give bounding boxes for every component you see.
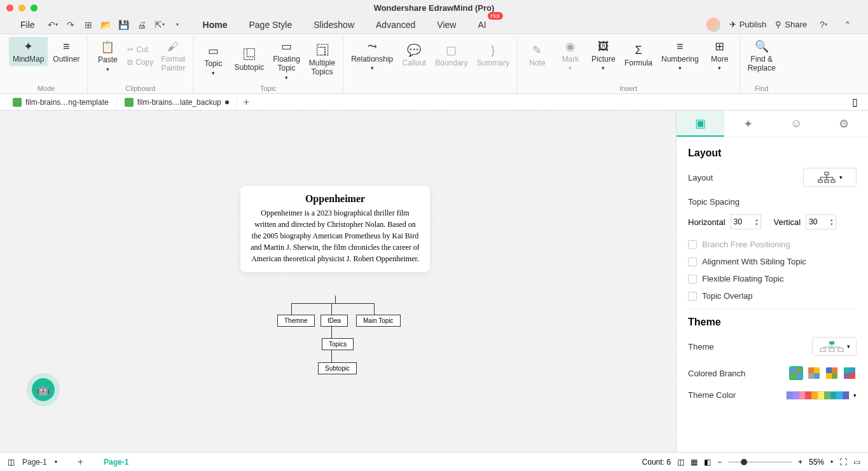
view-icon-2[interactable]: ▦ xyxy=(691,458,698,467)
more-button[interactable]: ⊞ More ▾ xyxy=(704,37,736,74)
panel-tab-style[interactable]: ✦ xyxy=(724,111,772,137)
export-icon[interactable]: ⇱▾ xyxy=(152,17,167,32)
save-icon[interactable]: 💾 xyxy=(116,17,132,32)
file-menu[interactable]: File xyxy=(13,17,43,32)
fit-screen-icon[interactable]: ⛶ xyxy=(839,458,847,467)
share-button[interactable]: ⚲ Share xyxy=(775,20,807,29)
tab-page-style[interactable]: Page Style xyxy=(244,17,297,32)
panel-tab-layout[interactable]: ▣ xyxy=(677,111,724,137)
theme-select[interactable]: ▾ xyxy=(812,337,857,356)
zoom-in-button[interactable]: + xyxy=(798,458,803,467)
horizontal-input[interactable]: 30▴▾ xyxy=(731,214,761,229)
panel-tab-emoji[interactable]: ☺ xyxy=(773,111,820,137)
tab-view[interactable]: View xyxy=(432,17,461,32)
tab-home[interactable]: Home xyxy=(198,17,233,32)
view-icon-3[interactable]: ◧ xyxy=(704,458,711,467)
zoom-out-button[interactable]: − xyxy=(717,458,722,467)
canvas[interactable]: Oppenheimer Oppenheimer is a 2023 biogra… xyxy=(0,111,676,452)
note-button[interactable]: ✎ Note xyxy=(521,37,553,74)
chevron-down-icon: ▾ xyxy=(679,65,682,71)
outliner-button[interactable]: ≡ Outliner xyxy=(49,37,83,66)
page-tab-active[interactable]: Page-1 xyxy=(104,458,128,467)
doc-tab-2-label: film-brains…late_backup xyxy=(137,98,221,107)
print-icon[interactable]: 🖨 xyxy=(134,17,149,32)
formula-button[interactable]: Σ Formula xyxy=(621,37,656,74)
callout-icon: 💬 xyxy=(407,43,421,57)
floating-topic-label: Floating Topic xyxy=(273,55,300,73)
flexible-checkbox[interactable]: Flexible Floating Topic xyxy=(688,274,857,283)
more-icon[interactable]: ▾ xyxy=(170,17,185,32)
picture-button[interactable]: 🖼 Picture ▾ xyxy=(588,37,619,74)
undo-icon[interactable]: ↶▾ xyxy=(45,17,60,32)
alignment-checkbox[interactable]: Alignment With Sibling Topic xyxy=(688,257,857,266)
swatch-4[interactable] xyxy=(843,366,857,380)
boundary-icon: ▢ xyxy=(444,43,458,57)
swatch-1[interactable] xyxy=(789,366,803,380)
mark-button[interactable]: ◉ Mark ▾ xyxy=(555,37,586,74)
collapse-ribbon-icon[interactable]: ⌃ xyxy=(840,17,855,32)
child-node-3[interactable]: Main Topic xyxy=(356,315,401,327)
doc-tab-2[interactable]: film-brains…late_backup xyxy=(117,95,237,109)
theme-color-select[interactable] xyxy=(786,391,850,400)
numbering-button[interactable]: ≡ Numbering ▾ xyxy=(658,37,703,74)
tab-slideshow[interactable]: Slideshow xyxy=(308,17,359,32)
main-topic-desc: Oppenheimer is a 2023 biographical thril… xyxy=(251,207,420,264)
panel-tab-settings[interactable]: ⚙ xyxy=(820,111,868,137)
main-topic-node[interactable]: Oppenheimer Oppenheimer is a 2023 biogra… xyxy=(240,186,430,272)
outliner-label: Outliner xyxy=(53,55,79,64)
layout-select[interactable]: ▾ xyxy=(803,168,857,187)
boundary-button[interactable]: ▢ Boundary xyxy=(431,37,471,74)
page-selector[interactable]: Page-1 xyxy=(22,458,47,467)
svg-rect-6 xyxy=(818,180,822,182)
mindmap-button[interactable]: ✦ MindMap xyxy=(9,37,48,66)
topic-button[interactable]: ▭ Topic ▾ xyxy=(197,37,229,83)
multiple-topics-button[interactable]: ⿹ Multiple Topics xyxy=(305,37,339,83)
find-replace-button[interactable]: 🔍 Find & Replace xyxy=(744,37,780,76)
avatar[interactable] xyxy=(706,18,720,32)
child-node-1[interactable]: Themne xyxy=(277,315,315,327)
view-icon-1[interactable]: ◫ xyxy=(677,458,684,467)
child-node-2[interactable]: IDea xyxy=(320,315,348,327)
chevron-down-icon: ▾ xyxy=(718,65,721,71)
sub-node-2[interactable]: Subtopic xyxy=(318,362,357,374)
share-icon: ⚲ xyxy=(775,20,782,29)
panel-toggle-icon[interactable]: ▯ xyxy=(852,96,863,108)
subtopic-button[interactable]: ⿺ Subtopic xyxy=(230,37,268,83)
tab-advanced[interactable]: Advanced xyxy=(371,17,420,32)
floating-topic-button[interactable]: ▭ Floating Topic ▾ xyxy=(269,37,304,83)
tab-ai[interactable]: AI Hot xyxy=(472,17,491,32)
zoom-slider[interactable] xyxy=(728,461,792,463)
summary-button[interactable]: } Summary xyxy=(473,37,513,74)
window-close[interactable] xyxy=(6,4,13,11)
overlap-checkbox[interactable]: Topic Overlap xyxy=(688,291,857,301)
sidebar-toggle-icon[interactable]: ◫ xyxy=(8,458,15,467)
new-icon[interactable]: ⊞ xyxy=(81,17,96,32)
ai-assistant-button[interactable]: 🤖 xyxy=(32,378,55,401)
add-tab-button[interactable]: + xyxy=(237,97,256,108)
mark-label: Mark xyxy=(562,55,579,64)
format-painter-button[interactable]: 🖌 Format Painter xyxy=(157,37,189,76)
window-minimize[interactable] xyxy=(18,4,25,11)
swatch-3[interactable] xyxy=(825,366,839,380)
note-icon: ✎ xyxy=(530,43,544,57)
vertical-input[interactable]: 30▴▾ xyxy=(806,214,836,229)
cut-button[interactable]: ✂Cut xyxy=(125,44,156,55)
open-icon[interactable]: 📂 xyxy=(99,17,114,32)
add-page-button[interactable]: + xyxy=(78,456,83,468)
minimize-panel-icon[interactable]: ▭ xyxy=(853,458,860,467)
doc-tab-1[interactable]: film-brains…ng-template xyxy=(5,95,117,109)
copy-button[interactable]: ⧉Copy xyxy=(125,57,156,68)
relationship-label: Relationship xyxy=(351,55,393,64)
publish-button[interactable]: ✈ Publish xyxy=(729,20,767,29)
theme-heading: Theme xyxy=(688,317,857,328)
branch-free-checkbox[interactable]: Branch Free Positioning xyxy=(688,240,857,249)
window-maximize[interactable] xyxy=(31,4,38,11)
sub-node-1[interactable]: Topics xyxy=(322,338,354,350)
relationship-button[interactable]: ⤳ Relationship ▾ xyxy=(347,37,397,74)
callout-button[interactable]: 💬 Callout xyxy=(398,37,430,74)
redo-icon[interactable]: ↷ xyxy=(63,17,78,32)
swatch-2[interactable] xyxy=(807,366,821,380)
picture-icon: 🖼 xyxy=(596,39,610,53)
paste-button[interactable]: 📋 Paste ▾ xyxy=(92,37,123,76)
help-icon[interactable]: ?▾ xyxy=(816,17,831,32)
